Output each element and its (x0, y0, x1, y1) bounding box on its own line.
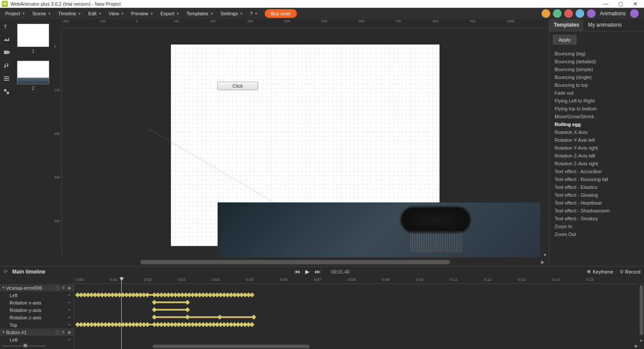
text-tool-icon[interactable]: T (2, 22, 11, 31)
slideshow-tool-icon[interactable] (2, 74, 11, 83)
track-property[interactable]: Rotation y-axis+ (0, 306, 74, 314)
animation-item[interactable]: Flying top to bottom (549, 105, 644, 113)
animation-item[interactable]: Rotation X-Axis (549, 128, 644, 136)
scroll-right-icon[interactable]: ▶ (541, 260, 545, 264)
add-keyframe-icon[interactable]: + (67, 308, 72, 313)
track-ease-icon[interactable]: ↯ (61, 285, 66, 291)
animation-item[interactable]: Bouncing (single) (549, 73, 644, 81)
track-group[interactable]: ▼Button #1▢↯◆ (0, 328, 74, 336)
toolbar-color-4[interactable] (587, 9, 596, 18)
track-ease-icon[interactable]: ↯ (61, 330, 66, 335)
toolbar-color-0[interactable] (542, 9, 550, 18)
animation-item[interactable]: Flying Left to Right (549, 97, 644, 105)
animation-item[interactable]: Move/Grow/Shrink (549, 113, 644, 120)
toolbar-color-2[interactable] (564, 9, 573, 18)
track-toggle-icon[interactable]: ▢ (55, 285, 60, 291)
track-keyframe-icon[interactable]: ◆ (67, 330, 72, 335)
skip-back-icon[interactable]: ⏮ (294, 268, 300, 275)
apply-button[interactable]: Apply (553, 35, 576, 44)
track-toggle-icon[interactable]: ▢ (55, 330, 60, 335)
menu-preview[interactable]: Preview▼ (128, 9, 157, 18)
menu-[interactable]: ?▼ (246, 9, 261, 18)
add-keyframe-icon[interactable]: + (67, 300, 72, 305)
timeline-scrollbar-vertical[interactable] (640, 285, 643, 335)
animation-item[interactable]: Bouncing (big) (549, 50, 644, 58)
track-property[interactable]: Left+ (0, 336, 74, 343)
timeline-lane[interactable] (74, 306, 644, 314)
animation-item[interactable]: Bouncing to top (549, 81, 644, 89)
video-tool-icon[interactable] (2, 48, 11, 57)
timeline-lane[interactable] (74, 328, 644, 336)
scroll-down-icon[interactable]: ▼ (543, 253, 547, 257)
add-keyframe-icon[interactable]: + (67, 337, 72, 342)
animation-item[interactable]: Fade out (549, 89, 644, 97)
close-button[interactable]: ✕ (632, 0, 639, 7)
collapse-icon[interactable]: ▼ (2, 286, 6, 290)
timeline-lane[interactable] (74, 314, 644, 321)
timeline-scrollbar-horizontal[interactable] (153, 345, 310, 348)
track-property[interactable]: Rotation x-axis+ (0, 299, 74, 306)
track-property[interactable]: Top+ (0, 321, 74, 328)
canvas-click-button[interactable]: Click (217, 82, 258, 90)
buy-now-button[interactable]: Buy now! (265, 9, 296, 18)
animations-indicator-icon[interactable] (630, 9, 639, 18)
maximize-button[interactable]: ▢ (617, 0, 624, 7)
menu-export[interactable]: Export▼ (157, 9, 183, 18)
refresh-icon[interactable]: ⟳ (3, 269, 10, 275)
timeline-lane[interactable] (74, 336, 644, 343)
animation-item[interactable]: Rotation Z-Axis right (549, 160, 644, 168)
timeline-zoom-slider[interactable] (2, 344, 45, 348)
add-keyframe-icon[interactable]: + (67, 293, 72, 298)
animation-item[interactable]: Bouncing (detailed) (549, 58, 644, 65)
play-icon[interactable]: ▶ (305, 268, 310, 275)
animation-item[interactable]: Rotation Y-Axis left (549, 136, 644, 144)
menu-view[interactable]: View▼ (105, 9, 128, 18)
menu-scene[interactable]: Scene▼ (29, 9, 55, 18)
shape-tool-icon[interactable] (2, 87, 11, 96)
animation-item[interactable]: Text effect - Glowing (549, 191, 644, 199)
menu-settings[interactable]: Settings▼ (217, 9, 247, 18)
collapse-icon[interactable]: ▼ (2, 330, 6, 334)
menu-templates[interactable]: Templates▼ (183, 9, 217, 18)
minimize-button[interactable]: — (602, 0, 609, 7)
image-tool-icon[interactable] (2, 35, 11, 44)
animation-item[interactable]: Text effect - Heartbeat (549, 199, 644, 207)
animation-item[interactable]: Zoom In (549, 222, 644, 230)
add-keyframe-icon[interactable]: + (67, 315, 72, 320)
animation-item[interactable]: Text effect - Smokey (549, 215, 644, 222)
menu-project[interactable]: Project▼ (2, 9, 29, 18)
track-keyframe-icon[interactable]: ◆ (67, 285, 72, 291)
animation-item[interactable]: Text effect - Bouncing fall (549, 175, 644, 183)
track-property[interactable]: Rotation z-axis+ (0, 314, 74, 321)
menu-edit[interactable]: Edit▼ (85, 9, 105, 18)
canvas-scrollbar-horizontal[interactable] (140, 260, 450, 264)
animation-item[interactable]: Rolling egg (549, 120, 644, 128)
scene-thumbnail-1[interactable] (17, 24, 49, 47)
timeline-lane[interactable] (74, 299, 644, 306)
audio-tool-icon[interactable] (2, 61, 11, 70)
track-group[interactable]: ▼vlcsnap-error696▢↯◆ (0, 284, 74, 291)
timeline-scroll-down-icon[interactable]: ▼ (639, 339, 643, 343)
animation-item[interactable]: Rotation Y-Axis right (549, 144, 644, 152)
skip-forward-icon[interactable]: ⏭ (315, 268, 320, 275)
timeline-lanes[interactable]: 0:000:010:020:030:040:050:060:070:080:09… (74, 277, 644, 349)
menu-timeline[interactable]: Timeline▼ (55, 9, 85, 18)
animation-item[interactable]: Zoom Out (549, 230, 644, 238)
record-button[interactable]: ⊙Record (620, 269, 641, 274)
track-property[interactable]: Left+ (0, 291, 74, 299)
timeline-scroll-right-icon[interactable]: ▶ (635, 344, 638, 348)
toolbar-color-3[interactable] (576, 9, 584, 18)
animation-item[interactable]: Text effect - Accordion (549, 168, 644, 175)
scene-thumbnail-2[interactable] (17, 61, 49, 84)
tab-my-animations[interactable]: My animations (583, 19, 626, 31)
tab-templates[interactable]: Templates (549, 19, 583, 31)
animation-item[interactable]: Rotation Z-Axis left (549, 152, 644, 160)
toolbar-color-1[interactable] (553, 9, 562, 18)
timeline-ruler[interactable]: 0:000:010:020:030:040:050:060:070:080:09… (74, 277, 644, 284)
keyframe-button[interactable]: ⊕Keyframe (587, 269, 613, 274)
timeline-lane[interactable] (74, 321, 644, 328)
animation-item[interactable]: Bouncing (simple) (549, 65, 644, 73)
animation-item[interactable]: Text effect - Elastico (549, 183, 644, 191)
add-keyframe-icon[interactable]: + (67, 322, 72, 328)
canvas-image-element[interactable] (218, 202, 540, 257)
